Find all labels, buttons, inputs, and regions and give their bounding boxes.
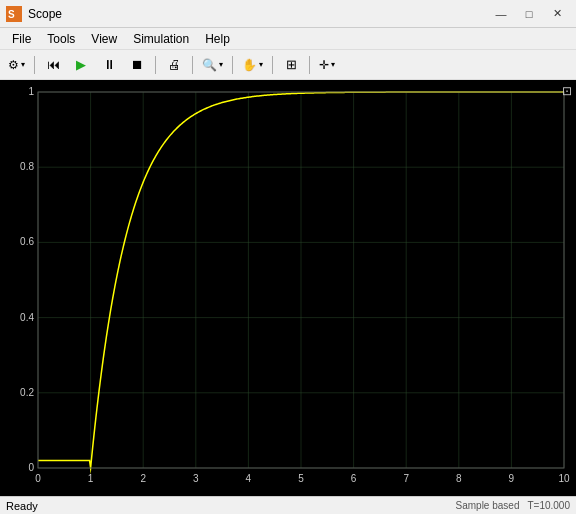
stop-icon: ⏹ bbox=[131, 57, 144, 72]
maximize-button[interactable]: □ bbox=[516, 4, 542, 24]
rewind-icon: ⏮ bbox=[47, 57, 60, 72]
status-ready: Ready bbox=[6, 500, 456, 512]
scope-icon: S bbox=[6, 6, 22, 22]
minimize-button[interactable]: — bbox=[488, 4, 514, 24]
zoom-dropdown[interactable]: 🔍 ▾ bbox=[198, 53, 227, 77]
status-right: Sample based T=10.000 bbox=[456, 500, 570, 511]
chevron-down-icon: ▾ bbox=[21, 60, 25, 69]
pause-icon: ⏸ bbox=[103, 57, 116, 72]
print-icon: 🖨 bbox=[168, 57, 181, 72]
svg-text:S: S bbox=[8, 9, 15, 20]
stop-button[interactable]: ⏹ bbox=[124, 53, 150, 77]
chevron-down-icon-2: ▾ bbox=[219, 60, 223, 69]
title-buttons: — □ ✕ bbox=[488, 4, 570, 24]
close-button[interactable]: ✕ bbox=[544, 4, 570, 24]
chevron-down-icon-4: ▾ bbox=[331, 60, 335, 69]
menu-file[interactable]: File bbox=[4, 28, 39, 49]
chevron-down-icon-3: ▾ bbox=[259, 60, 263, 69]
window-title: Scope bbox=[28, 7, 488, 21]
toolbar: ⚙ ▾ ⏮ ▶ ⏸ ⏹ 🖨 🔍 ▾ ✋ ▾ ⊞ ✛ ▾ bbox=[0, 50, 576, 80]
separator-6 bbox=[309, 56, 310, 74]
settings-dropdown[interactable]: ⚙ ▾ bbox=[4, 53, 29, 77]
resize-grip[interactable] bbox=[564, 502, 576, 514]
play-icon: ▶ bbox=[76, 57, 86, 72]
plot-area[interactable]: ⊡ bbox=[0, 80, 576, 496]
autoscale-icon: ⊞ bbox=[286, 57, 297, 72]
pan-dropdown[interactable]: ✋ ▾ bbox=[238, 53, 267, 77]
menu-tools[interactable]: Tools bbox=[39, 28, 83, 49]
gear-icon: ⚙ bbox=[8, 58, 19, 72]
status-bar: Ready Sample based T=10.000 bbox=[0, 496, 576, 514]
zoom-icon: 🔍 bbox=[202, 58, 217, 72]
separator-1 bbox=[34, 56, 35, 74]
autoscale-button[interactable]: ⊞ bbox=[278, 53, 304, 77]
menu-help[interactable]: Help bbox=[197, 28, 238, 49]
separator-4 bbox=[232, 56, 233, 74]
title-bar: S Scope — □ ✕ bbox=[0, 0, 576, 28]
pause-button[interactable]: ⏸ bbox=[96, 53, 122, 77]
separator-3 bbox=[192, 56, 193, 74]
play-button[interactable]: ▶ bbox=[68, 53, 94, 77]
menu-bar: File Tools View Simulation Help bbox=[0, 28, 576, 50]
cursor-icon: ✛ bbox=[319, 58, 329, 72]
separator-5 bbox=[272, 56, 273, 74]
menu-view[interactable]: View bbox=[83, 28, 125, 49]
sample-label: Sample based bbox=[456, 500, 520, 511]
scope-canvas bbox=[0, 80, 576, 496]
separator-2 bbox=[155, 56, 156, 74]
rewind-button[interactable]: ⏮ bbox=[40, 53, 66, 77]
print-button[interactable]: 🖨 bbox=[161, 53, 187, 77]
cursor-dropdown[interactable]: ✛ ▾ bbox=[315, 53, 339, 77]
menu-simulation[interactable]: Simulation bbox=[125, 28, 197, 49]
scope-body: ⊡ bbox=[0, 80, 576, 496]
pan-icon: ✋ bbox=[242, 58, 257, 72]
expand-icon[interactable]: ⊡ bbox=[562, 84, 572, 98]
